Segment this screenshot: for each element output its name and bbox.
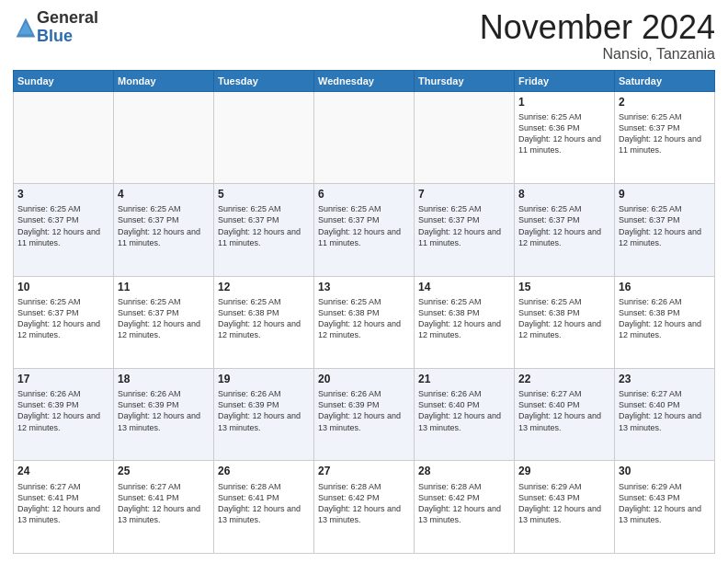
day-number: 6	[318, 187, 410, 201]
day-info: Sunrise: 6:25 AM Sunset: 6:37 PM Dayligh…	[118, 296, 210, 341]
calendar-cell-w2-d2: 5Sunrise: 6:25 AM Sunset: 6:37 PM Daylig…	[214, 184, 314, 276]
day-info: Sunrise: 6:28 AM Sunset: 6:42 PM Dayligh…	[318, 481, 410, 526]
calendar-cell-w1-d0	[14, 91, 114, 183]
calendar-cell-w2-d3: 6Sunrise: 6:25 AM Sunset: 6:37 PM Daylig…	[314, 184, 415, 276]
calendar-cell-w4-d2: 19Sunrise: 6:26 AM Sunset: 6:39 PM Dayli…	[214, 369, 314, 461]
day-info: Sunrise: 6:25 AM Sunset: 6:37 PM Dayligh…	[17, 296, 109, 341]
day-number: 13	[318, 280, 410, 294]
calendar-cell-w2-d1: 4Sunrise: 6:25 AM Sunset: 6:37 PM Daylig…	[114, 184, 214, 276]
month-title: November 2024	[480, 9, 715, 46]
day-info: Sunrise: 6:25 AM Sunset: 6:38 PM Dayligh…	[518, 296, 610, 341]
day-info: Sunrise: 6:25 AM Sunset: 6:37 PM Dayligh…	[619, 203, 711, 248]
day-number: 14	[418, 280, 510, 294]
day-number: 12	[218, 280, 310, 294]
calendar-cell-w4-d5: 22Sunrise: 6:27 AM Sunset: 6:40 PM Dayli…	[515, 369, 615, 461]
day-info: Sunrise: 6:26 AM Sunset: 6:40 PM Dayligh…	[418, 388, 510, 433]
calendar-week-3: 10Sunrise: 6:25 AM Sunset: 6:37 PM Dayli…	[14, 276, 715, 368]
day-info: Sunrise: 6:26 AM Sunset: 6:38 PM Dayligh…	[619, 296, 711, 341]
calendar-cell-w3-d5: 15Sunrise: 6:25 AM Sunset: 6:38 PM Dayli…	[515, 276, 615, 368]
day-number: 21	[418, 372, 510, 386]
title-area: November 2024 Nansio, Tanzania	[480, 9, 715, 63]
calendar-table: Sunday Monday Tuesday Wednesday Thursday…	[13, 70, 715, 554]
col-sunday: Sunday	[14, 70, 114, 91]
calendar-week-4: 17Sunrise: 6:26 AM Sunset: 6:39 PM Dayli…	[14, 369, 715, 461]
calendar-cell-w4-d1: 18Sunrise: 6:26 AM Sunset: 6:39 PM Dayli…	[114, 369, 214, 461]
day-info: Sunrise: 6:29 AM Sunset: 6:43 PM Dayligh…	[518, 481, 610, 526]
col-thursday: Thursday	[415, 70, 515, 91]
calendar-cell-w1-d1	[114, 91, 214, 183]
logo-blue-text: Blue	[37, 27, 73, 45]
col-tuesday: Tuesday	[214, 70, 314, 91]
calendar-cell-w1-d4	[415, 91, 515, 183]
day-info: Sunrise: 6:29 AM Sunset: 6:43 PM Dayligh…	[619, 481, 711, 526]
calendar-cell-w1-d6: 2Sunrise: 6:25 AM Sunset: 6:37 PM Daylig…	[615, 91, 715, 183]
calendar-cell-w5-d4: 28Sunrise: 6:28 AM Sunset: 6:42 PM Dayli…	[415, 461, 515, 554]
calendar-cell-w3-d1: 11Sunrise: 6:25 AM Sunset: 6:37 PM Dayli…	[114, 276, 214, 368]
calendar-cell-w5-d5: 29Sunrise: 6:29 AM Sunset: 6:43 PM Dayli…	[515, 461, 615, 554]
col-saturday: Saturday	[615, 70, 715, 91]
day-number: 22	[518, 372, 610, 386]
day-info: Sunrise: 6:25 AM Sunset: 6:37 PM Dayligh…	[518, 203, 610, 248]
day-info: Sunrise: 6:25 AM Sunset: 6:37 PM Dayligh…	[318, 203, 410, 248]
day-number: 7	[418, 187, 510, 201]
col-friday: Friday	[515, 70, 615, 91]
day-number: 4	[118, 187, 210, 201]
day-number: 23	[619, 372, 711, 386]
day-info: Sunrise: 6:27 AM Sunset: 6:40 PM Dayligh…	[619, 388, 711, 433]
day-info: Sunrise: 6:27 AM Sunset: 6:41 PM Dayligh…	[118, 481, 210, 526]
day-number: 5	[218, 187, 310, 201]
day-number: 28	[418, 464, 510, 478]
calendar-cell-w4-d3: 20Sunrise: 6:26 AM Sunset: 6:39 PM Dayli…	[314, 369, 415, 461]
day-info: Sunrise: 6:25 AM Sunset: 6:36 PM Dayligh…	[518, 111, 610, 156]
day-info: Sunrise: 6:27 AM Sunset: 6:40 PM Dayligh…	[518, 388, 610, 433]
location: Nansio, Tanzania	[480, 46, 715, 63]
day-number: 29	[518, 464, 610, 478]
col-wednesday: Wednesday	[314, 70, 415, 91]
day-info: Sunrise: 6:28 AM Sunset: 6:42 PM Dayligh…	[418, 481, 510, 526]
day-number: 3	[17, 187, 109, 201]
day-info: Sunrise: 6:25 AM Sunset: 6:37 PM Dayligh…	[218, 203, 310, 248]
day-number: 26	[218, 464, 310, 478]
col-monday: Monday	[114, 70, 214, 91]
calendar-cell-w2-d0: 3Sunrise: 6:25 AM Sunset: 6:37 PM Daylig…	[14, 184, 114, 276]
day-number: 2	[619, 95, 711, 109]
calendar-cell-w2-d5: 8Sunrise: 6:25 AM Sunset: 6:37 PM Daylig…	[515, 184, 615, 276]
day-info: Sunrise: 6:25 AM Sunset: 6:37 PM Dayligh…	[118, 203, 210, 248]
day-info: Sunrise: 6:25 AM Sunset: 6:38 PM Dayligh…	[418, 296, 510, 341]
calendar-cell-w5-d1: 25Sunrise: 6:27 AM Sunset: 6:41 PM Dayli…	[114, 461, 214, 554]
day-number: 19	[218, 372, 310, 386]
calendar-cell-w5-d3: 27Sunrise: 6:28 AM Sunset: 6:42 PM Dayli…	[314, 461, 415, 554]
calendar-week-5: 24Sunrise: 6:27 AM Sunset: 6:41 PM Dayli…	[14, 461, 715, 554]
day-number: 10	[17, 280, 109, 294]
calendar-cell-w4-d0: 17Sunrise: 6:26 AM Sunset: 6:39 PM Dayli…	[14, 369, 114, 461]
logo-area: General Blue	[13, 9, 98, 46]
day-info: Sunrise: 6:25 AM Sunset: 6:37 PM Dayligh…	[17, 203, 109, 248]
logo-icon	[15, 17, 37, 39]
day-info: Sunrise: 6:26 AM Sunset: 6:39 PM Dayligh…	[318, 388, 410, 433]
day-number: 16	[619, 280, 711, 294]
calendar-cell-w2-d4: 7Sunrise: 6:25 AM Sunset: 6:37 PM Daylig…	[415, 184, 515, 276]
calendar-cell-w3-d4: 14Sunrise: 6:25 AM Sunset: 6:38 PM Dayli…	[415, 276, 515, 368]
calendar-cell-w1-d5: 1Sunrise: 6:25 AM Sunset: 6:36 PM Daylig…	[515, 91, 615, 183]
day-info: Sunrise: 6:27 AM Sunset: 6:41 PM Dayligh…	[17, 481, 109, 526]
day-info: Sunrise: 6:28 AM Sunset: 6:41 PM Dayligh…	[218, 481, 310, 526]
day-number: 11	[118, 280, 210, 294]
day-info: Sunrise: 6:25 AM Sunset: 6:38 PM Dayligh…	[218, 296, 310, 341]
day-number: 27	[318, 464, 410, 478]
calendar-cell-w2-d6: 9Sunrise: 6:25 AM Sunset: 6:37 PM Daylig…	[615, 184, 715, 276]
day-number: 15	[518, 280, 610, 294]
day-number: 25	[118, 464, 210, 478]
day-number: 17	[17, 372, 109, 386]
day-info: Sunrise: 6:25 AM Sunset: 6:37 PM Dayligh…	[418, 203, 510, 248]
calendar-week-2: 3Sunrise: 6:25 AM Sunset: 6:37 PM Daylig…	[14, 184, 715, 276]
day-info: Sunrise: 6:25 AM Sunset: 6:38 PM Dayligh…	[318, 296, 410, 341]
day-number: 30	[619, 464, 711, 478]
calendar-week-1: 1Sunrise: 6:25 AM Sunset: 6:36 PM Daylig…	[14, 91, 715, 183]
day-number: 18	[118, 372, 210, 386]
logo-text: General Blue	[37, 9, 98, 46]
day-number: 1	[518, 95, 610, 109]
calendar-cell-w3-d0: 10Sunrise: 6:25 AM Sunset: 6:37 PM Dayli…	[14, 276, 114, 368]
calendar-cell-w5-d2: 26Sunrise: 6:28 AM Sunset: 6:41 PM Dayli…	[214, 461, 314, 554]
calendar-cell-w5-d6: 30Sunrise: 6:29 AM Sunset: 6:43 PM Dayli…	[615, 461, 715, 554]
day-number: 24	[17, 464, 109, 478]
